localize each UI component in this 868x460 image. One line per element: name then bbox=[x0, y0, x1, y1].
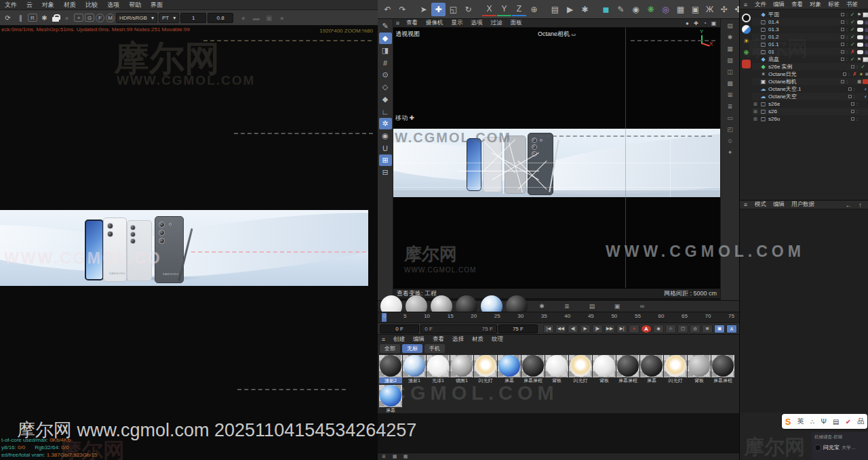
object-row[interactable]: ▣ Octane相机 : bbox=[752, 78, 868, 85]
samples-field[interactable]: 1 bbox=[180, 13, 206, 23]
material-tab[interactable]: 全部 bbox=[380, 344, 400, 353]
menu-item[interactable]: 比较 bbox=[81, 1, 102, 9]
material-item[interactable]: 屏幕屏框 bbox=[616, 355, 639, 383]
plus-mini-icon[interactable]: ⊞ bbox=[725, 90, 736, 99]
restart-render-icon[interactable]: ⟳ bbox=[2, 13, 14, 23]
object-tag-badge[interactable] bbox=[865, 86, 867, 92]
material-thumbnail[interactable] bbox=[616, 355, 639, 377]
record-button[interactable]: ● bbox=[629, 325, 639, 333]
xpresso-icon[interactable]: Ж bbox=[703, 3, 717, 16]
object-tag-badge[interactable] bbox=[865, 41, 868, 47]
material-item[interactable]: 背板 bbox=[545, 355, 568, 383]
octane-render-result[interactable]: SAMSUNG SAMSUNG WWW.CGMOL.CO bbox=[0, 210, 368, 286]
kernel-select[interactable]: PT▾ bbox=[159, 13, 179, 23]
object-name[interactable]: Octane天空 bbox=[768, 93, 797, 100]
visibility-dots[interactable]: : bbox=[854, 117, 860, 121]
face-mini-icon[interactable]: ☺ bbox=[725, 136, 736, 145]
menu-item[interactable]: 摄像机 bbox=[422, 19, 448, 27]
end-frame-field[interactable]: 75 F bbox=[498, 325, 538, 333]
gamma-icon[interactable]: G bbox=[85, 14, 94, 22]
redo-icon[interactable]: ↷ bbox=[395, 3, 410, 16]
material-item[interactable]: 屏幕屏框 bbox=[521, 355, 545, 383]
material-item[interactable]: 漫射1 bbox=[403, 355, 426, 383]
object-row[interactable]: ⊞ ▢ s26 : bbox=[752, 108, 868, 115]
material-picker-icon[interactable]: M bbox=[106, 14, 115, 22]
visibility-dots[interactable]: : bbox=[854, 109, 860, 114]
object-tag-badge[interactable] bbox=[865, 71, 868, 77]
object-tag-badge[interactable] bbox=[857, 12, 861, 18]
object-name[interactable]: Octane天空.1 bbox=[768, 85, 801, 93]
color-space-select[interactable]: HDR/sRGB▾ bbox=[116, 13, 157, 23]
menu-item[interactable]: 面板 bbox=[507, 19, 526, 27]
menu-item[interactable]: 模式 bbox=[751, 201, 770, 209]
timeline-menu-button[interactable]: ≣ bbox=[702, 325, 713, 333]
menu-item[interactable]: 过滤 bbox=[487, 19, 507, 27]
menu-item[interactable]: 用户数据 bbox=[788, 201, 818, 209]
material-thumbnail[interactable] bbox=[664, 355, 687, 377]
timeline-mini-icon[interactable]: ▤ bbox=[725, 21, 736, 30]
menu-item[interactable]: 选项 bbox=[467, 19, 487, 27]
material-thumbnail[interactable] bbox=[379, 385, 402, 407]
edges-mode-icon[interactable]: ◇ bbox=[379, 81, 392, 93]
camera-label[interactable]: Octane相机 ▭ bbox=[393, 30, 720, 39]
record-pla-button[interactable]: ◎ bbox=[690, 325, 701, 333]
visibility-dots[interactable]: : bbox=[844, 49, 850, 54]
expand-icon[interactable]: ⊞ bbox=[753, 117, 760, 122]
menu-item[interactable]: 帮助 bbox=[124, 1, 146, 9]
model-mode-icon[interactable]: ◆ bbox=[379, 33, 392, 44]
object-row[interactable]: ▢ 01 : bbox=[752, 48, 868, 56]
material-thumbnail[interactable] bbox=[521, 355, 545, 377]
toolbox-icon[interactable]: 品 bbox=[857, 417, 864, 426]
snap-icon[interactable]: ✲ bbox=[379, 118, 392, 129]
enable-state-icon[interactable] bbox=[850, 49, 856, 55]
live-select-icon[interactable]: ➤ bbox=[416, 3, 431, 16]
vp-maximize-icon[interactable]: ▣ bbox=[709, 20, 718, 27]
simulate-icon[interactable]: ✣ bbox=[717, 3, 731, 16]
menu-item[interactable]: 文件 bbox=[0, 1, 22, 9]
enable-state-icon[interactable] bbox=[850, 19, 856, 25]
menu-item[interactable]: 编辑 bbox=[770, 201, 788, 209]
object-row[interactable]: ◆ s26e 实例 : bbox=[752, 63, 868, 70]
enable-state-icon[interactable] bbox=[860, 64, 866, 70]
keyframe-icon[interactable]: ⊞ bbox=[379, 154, 392, 166]
octane-daylight-icon[interactable]: ☀ bbox=[742, 37, 751, 45]
region-render-icon[interactable]: R bbox=[28, 14, 37, 22]
object-name[interactable]: 01.2 bbox=[768, 34, 779, 40]
visibility-dots[interactable]: : bbox=[844, 79, 850, 84]
enable-state-icon[interactable] bbox=[850, 12, 856, 18]
menu-item[interactable]: 创建 bbox=[389, 335, 409, 343]
object-name[interactable]: s26e bbox=[768, 101, 780, 107]
goto-start-button[interactable]: |◀ bbox=[543, 325, 554, 333]
octane-camera-icon[interactable] bbox=[742, 60, 751, 68]
object-tag-badge[interactable] bbox=[865, 93, 867, 100]
enable-state-icon[interactable] bbox=[852, 71, 858, 77]
material-item[interactable]: 漫射2 bbox=[379, 355, 402, 383]
shade-mini-icon[interactable]: ▩ bbox=[725, 79, 736, 87]
vp-rotate-icon[interactable]: ◔ bbox=[701, 20, 709, 27]
material-thumbnail[interactable] bbox=[474, 355, 497, 377]
timeline-ruler[interactable]: 051015202530354045505560657075 bbox=[378, 312, 739, 322]
polygons-mode-icon[interactable]: ◆ bbox=[379, 93, 392, 105]
material-thumbnail[interactable] bbox=[450, 355, 473, 377]
camera-view-strip[interactable]: W.CGMOL.COM bbox=[393, 129, 720, 197]
render-settings-icon[interactable]: ✱ bbox=[39, 13, 50, 23]
back-arrow-icon[interactable]: ← bbox=[843, 200, 854, 210]
goto-end-button[interactable]: ▶| bbox=[616, 325, 627, 333]
menu-item[interactable]: 界面 bbox=[146, 1, 167, 9]
material-item[interactable]: 闪光灯 bbox=[664, 355, 687, 383]
hamburger-icon[interactable]: ≡ bbox=[393, 20, 402, 27]
menu-item[interactable]: 编辑 bbox=[409, 335, 429, 343]
object-row[interactable]: ▢ 01.2 : bbox=[752, 33, 868, 41]
object-name[interactable]: s26e 实例 bbox=[768, 63, 793, 70]
visibility-dots[interactable]: : bbox=[844, 42, 850, 47]
object-tag-badge[interactable] bbox=[865, 19, 868, 25]
grid-mini-icon[interactable]: ▦ bbox=[725, 44, 736, 53]
view-undo-icon[interactable]: U bbox=[379, 142, 392, 154]
mograph-icon[interactable]: ❋ bbox=[644, 3, 658, 16]
object-name[interactable]: 01.1 bbox=[768, 41, 779, 47]
list-mini-icon[interactable]: ≣ bbox=[725, 102, 736, 110]
material-item[interactable]: 背板 bbox=[688, 355, 711, 383]
octane-material-icon[interactable] bbox=[742, 25, 751, 34]
visibility-dots[interactable]: : bbox=[852, 94, 857, 99]
object-name[interactable]: Octane相机 bbox=[768, 78, 797, 85]
